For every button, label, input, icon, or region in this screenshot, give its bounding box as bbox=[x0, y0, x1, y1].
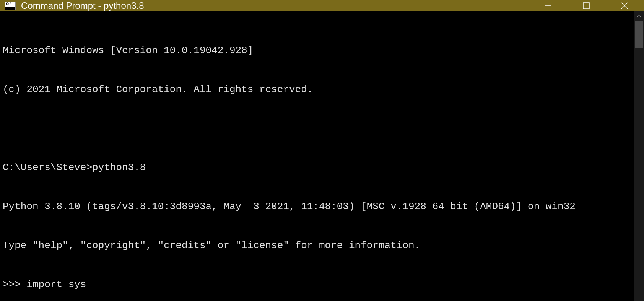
command-prompt-window: C:\ Command Prompt - python3.8 Microsoft… bbox=[0, 0, 644, 301]
output-line: Microsoft Windows [Version 10.0.19042.92… bbox=[3, 44, 634, 57]
window-controls bbox=[529, 0, 644, 11]
output-line: >>> import sys bbox=[3, 278, 634, 291]
output-line: C:\Users\Steve>python3.8 bbox=[3, 161, 634, 174]
vertical-scrollbar[interactable] bbox=[634, 11, 644, 301]
maximize-button[interactable] bbox=[567, 0, 605, 11]
output-line: (c) 2021 Microsoft Corporation. All righ… bbox=[3, 83, 634, 96]
client-area: Microsoft Windows [Version 10.0.19042.92… bbox=[0, 11, 644, 301]
output-line: Type "help", "copyright", "credits" or "… bbox=[3, 239, 634, 252]
scroll-up-arrow[interactable] bbox=[634, 11, 644, 21]
svg-rect-1 bbox=[583, 3, 589, 9]
window-title: Command Prompt - python3.8 bbox=[21, 0, 529, 11]
minimize-button[interactable] bbox=[529, 0, 567, 11]
output-line: Python 3.8.10 (tags/v3.8.10:3d8993a, May… bbox=[3, 200, 634, 213]
terminal-output[interactable]: Microsoft Windows [Version 10.0.19042.92… bbox=[0, 11, 634, 301]
scroll-track[interactable] bbox=[634, 21, 644, 301]
titlebar[interactable]: C:\ Command Prompt - python3.8 bbox=[0, 0, 644, 11]
close-button[interactable] bbox=[605, 0, 644, 11]
output-line bbox=[3, 122, 634, 135]
cmd-icon: C:\ bbox=[5, 2, 16, 10]
scroll-thumb[interactable] bbox=[635, 21, 643, 48]
